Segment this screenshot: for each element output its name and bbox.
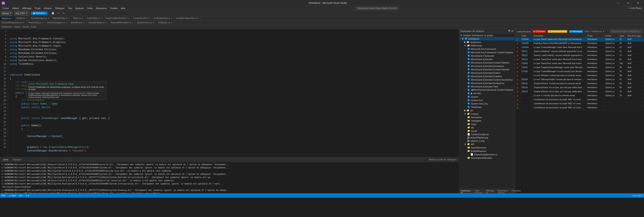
sol-entitybeh[interactable]: 📁EntityBehaviors	[459, 149, 514, 153]
live-share-btn[interactable]: ⇐ Live Share	[627, 6, 643, 10]
menu-test[interactable]: Test	[66, 7, 74, 10]
tab-inputcond[interactable]: InputConditionRouter.cs ✕	[104, 16, 132, 20]
tab-close-sp[interactable]: ✕	[82, 17, 83, 19]
config-dropdown[interactable]: Debug▼	[1, 11, 12, 15]
col-code[interactable]: Code	[520, 34, 532, 38]
tab-animation[interactable]: AnimationState.cs ✕	[87, 20, 109, 25]
menu-affichage[interactable]: Affichage	[21, 7, 33, 10]
tab-guibtn[interactable]: GUIButton.cs ✕	[156, 20, 174, 25]
tab-explorateur[interactable]: Explorateur de solutions	[459, 189, 473, 193]
tab-sprite[interactable]: Sprite.cs ✕	[72, 16, 85, 20]
error-list-item[interactable]: ✖ CT100 Le type 'ContentManager' n'a été…	[515, 70, 644, 74]
sol-ref-sysxmllinq[interactable]: 🔷System.Xml.Linq	[459, 102, 514, 105]
sol-content-anim[interactable]: 📁Animations	[459, 116, 514, 119]
toolbar-undo[interactable]: ↩	[56, 11, 61, 15]
error-list-item[interactable]: ✖ CB110 'GraphicsDevice' n'existe pas da…	[515, 82, 644, 86]
error-list-item[interactable]: ✖ CS0435 Le type 'Game' existe dans 'Mic…	[515, 38, 644, 42]
sol-project-node[interactable]: ▼ 🔷 Inheritance	[459, 37, 514, 40]
output-content[interactable]: C:\WINDOWS\Microsoft.Net\assembly\GAC_64…	[0, 162, 459, 193]
tab-entity[interactable]: EntityAbstracts.cs ✕	[152, 16, 174, 20]
menu-projet[interactable]: Projet	[33, 7, 42, 10]
sol-content-camp[interactable]: 📁campagne	[459, 119, 514, 122]
sol-ref-tiled[interactable]: 🔷TiledSharp	[459, 105, 514, 109]
tab-iscene[interactable]: ISceneManagement.cs ✕	[0, 20, 26, 25]
breadcrumb-game1[interactable]: Game1	[14, 26, 20, 28]
menu-aide[interactable]: Aide	[119, 7, 127, 10]
sol-ref-ext-anim[interactable]: 🔷MonoGame.Extended.Animations	[459, 64, 514, 68]
tab-close-ea[interactable]: ✕	[171, 17, 172, 19]
error-list-item[interactable]: ✖ CB113 Le type 'GameTime' existe dans '…	[515, 58, 644, 62]
breadcrumb-inheritance[interactable]: Inheritance	[2, 26, 12, 28]
menu-debogueur[interactable]: Déboguer	[53, 7, 66, 10]
sol-playerbeh[interactable]: 📄PlayerEntityBehavior.cs	[459, 153, 514, 156]
tab-sortie[interactable]: Sortie	[1, 158, 10, 161]
sol-settings-icon[interactable]: ⚙	[512, 30, 514, 32]
breadcrumb-game1-game[interactable]: Game1 : Game	[23, 26, 36, 28]
minimize-button[interactable]: ─	[614, 0, 623, 6]
tab-controltype[interactable]: ControlType.cs ✕	[85, 16, 104, 20]
tab-close-mm[interactable]: ✕	[84, 22, 85, 24]
error-search-input[interactable]	[610, 30, 642, 33]
sol-content-sound[interactable]: 📁sound	[459, 129, 514, 133]
sol-file-tileset[interactable]: 🖼defaultTileSet.png	[459, 136, 514, 139]
tab-close-icr[interactable]: ✕	[128, 17, 130, 19]
sol-ref-monogame[interactable]: 🔷MonoGame.Framework	[459, 54, 514, 57]
sol-scenespec[interactable]: 📁SceneSpecificEntities	[459, 156, 514, 160]
tab-demo[interactable]: DemoCampagne.cs ✕	[46, 20, 69, 25]
sol-search-icon[interactable]: 🔍	[508, 30, 511, 32]
error-list-item[interactable]: ✖ CB119 'GraphicsDevice' est un type, qu…	[515, 90, 644, 94]
tab-explorer-teams[interactable]: Team Explorer	[473, 189, 484, 193]
tab-scenecs[interactable]: Scene.cs ✕	[15, 16, 29, 20]
tab-debogueur[interactable]: Déboguer	[10, 158, 24, 161]
col-state[interactable]: Etat de la supp...	[626, 34, 644, 38]
sol-ref-xna[interactable]: 🔷Microsoft.Xna.Framework	[459, 47, 514, 51]
error-list-item[interactable]: ⚠ L'architecture de processeur du projet…	[515, 106, 644, 110]
maximize-button[interactable]: ▭	[624, 0, 632, 6]
tab-close-game1[interactable]: ✕	[12, 17, 13, 19]
col-file[interactable]: Fichier	[604, 34, 618, 38]
menu-extensions[interactable]: Extensions	[94, 7, 108, 10]
tab-content[interactable]: ContentCredit.cs ✕	[132, 16, 152, 20]
sol-solution-node[interactable]: ▼ Solution 'Inheritance' (1 projet)	[459, 34, 514, 37]
tab-objets[interactable]: Explorateur d'objets	[496, 189, 510, 193]
tab-close-scene[interactable]: ✕	[26, 17, 27, 19]
sol-file-credits[interactable]: 📄ContentCredits.txt	[459, 133, 514, 136]
error-list-item[interactable]: ✖ CB109 Le nom 'IsMouseVisible' n'existe…	[515, 78, 644, 82]
tab-close-gui[interactable]: ✕	[171, 22, 172, 24]
tab-player[interactable]: PlayerEntity.cs ✕	[26, 20, 45, 25]
error-list-item[interactable]: ✖ CS043 Le type 'GameTime' existe dans '…	[515, 62, 644, 66]
menu-fenetre[interactable]: Fenêtre	[108, 7, 119, 10]
sol-ref-ext-tiled[interactable]: 🔷MonoGame.Extended.Tiled	[459, 85, 514, 88]
sol-content-obj[interactable]: 📁obj	[459, 126, 514, 129]
menu-edition[interactable]: Edition	[11, 7, 21, 10]
col-line[interactable]: Ligne	[618, 34, 626, 38]
error-list-item[interactable]: ⚠ L'architecture de processeur du projet…	[515, 98, 644, 102]
menu-generer[interactable]: Générer	[42, 7, 53, 10]
sol-analyseurs[interactable]: ▶ 📁 Analyseurs	[459, 40, 514, 44]
sol-ref-sysxml[interactable]: 🔷System.Xml	[459, 98, 514, 102]
tab-close-mt[interactable]: ✕	[68, 17, 70, 19]
platform-dropdown[interactable]: Any CPU▼	[14, 11, 28, 15]
sol-gameelements[interactable]: 📁GameElements	[459, 146, 514, 149]
sol-ref-xna-content[interactable]: 🔷Microsoft.Xna.Framework.Content.Pipelin…	[459, 51, 514, 54]
sol-content[interactable]: ▼ 📁 Content	[459, 112, 514, 116]
tab-close-dc[interactable]: ✕	[66, 22, 67, 24]
tab-close-cc[interactable]: ✕	[149, 17, 151, 19]
toolbar-save[interactable]: 💾	[50, 11, 56, 15]
tab-close-is[interactable]: ✕	[23, 22, 24, 24]
sol-references[interactable]: ▼ 📁 Références	[459, 44, 514, 47]
tab-close-ss[interactable]: ✕	[153, 22, 154, 24]
sol-api[interactable]: ▼ 📁 API	[459, 142, 514, 146]
toolbar-redo[interactable]: ↪	[61, 11, 66, 15]
close-button[interactable]: ✕	[633, 0, 642, 6]
tab-mainmenu[interactable]: MainMenu.cs ✕	[69, 20, 87, 25]
tab-close-ict[interactable]: ✕	[198, 17, 199, 19]
tab-maptile[interactable]: MapTileEntity.cs ✕	[51, 16, 72, 20]
sol-ref-ext-cp[interactable]: 🔷MonoGame.Extended.Content.Pipeline	[459, 68, 514, 71]
error-list-item[interactable]: ✖ CB112 'Game1.LoadContent()': aucune mé…	[515, 54, 644, 58]
tab-splashscreen[interactable]: SplashScreen.cs ✕	[136, 20, 156, 25]
sol-ref-ext[interactable]: 🔷MonoGame.Extended	[459, 57, 514, 61]
tab-invis[interactable]: InvisibleCollisionTile.cs ✕	[174, 16, 201, 20]
sol-ref-xna-net[interactable]: 🔷▶ xna.Net	[459, 92, 514, 95]
tab-scenemanagercs[interactable]: SceneManager.cs ✕	[29, 16, 51, 20]
